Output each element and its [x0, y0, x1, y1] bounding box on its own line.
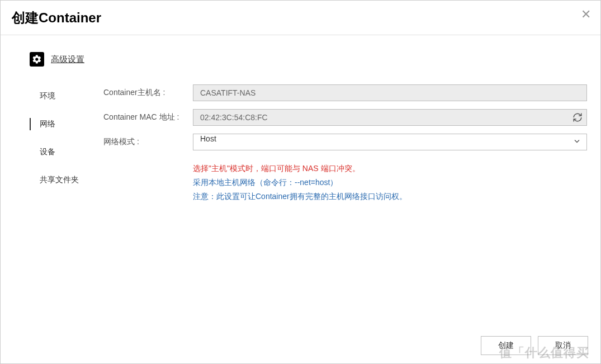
info-line-1: 采用本地主机网络（命令行：--net=host） [193, 176, 587, 190]
titlebar: 创建Container ✕ [1, 1, 600, 35]
network-mode-select[interactable]: Host [193, 134, 587, 150]
close-icon[interactable]: ✕ [580, 8, 592, 21]
content-row: 环境 网络 设备 共享文件夹 Container主机名 : [30, 82, 587, 204]
info-line-2: 注意：此设置可让Container拥有完整的主机网络接口访问权。 [193, 190, 587, 204]
form-area: Container主机名 : Container MAC 地址 : [103, 82, 587, 204]
sidebar-item-environment[interactable]: 环境 [30, 82, 103, 110]
info-block: 选择"主机"模式时，端口可能与 NAS 端口冲突。 采用本地主机网络（命令行：-… [193, 162, 587, 204]
dialog-body: 高级设置 环境 网络 设备 共享文件夹 [1, 35, 600, 363]
sidebar-item-label: 共享文件夹 [40, 175, 79, 185]
row-mac: Container MAC 地址 : [103, 109, 587, 126]
hostname-label: Container主机名 : [103, 88, 193, 98]
create-button[interactable]: 创建 [481, 336, 531, 355]
dialog-title: 创建Container [12, 9, 101, 27]
sidebar-item-network[interactable]: 网络 [30, 110, 103, 138]
section-title[interactable]: 高级设置 [51, 54, 84, 65]
mac-label: Container MAC 地址 : [103, 112, 193, 122]
refresh-icon[interactable] [572, 112, 583, 122]
create-container-dialog: 创建Container ✕ 高级设置 环境 网络 [0, 0, 601, 364]
scroll-area[interactable]: 高级设置 环境 网络 设备 共享文件夹 [1, 35, 600, 327]
select-value: Host [200, 134, 216, 143]
warning-text: 选择"主机"模式时，端口可能与 NAS 端口冲突。 [193, 162, 587, 176]
gear-icon [30, 52, 44, 67]
sidebar-item-shared-folder[interactable]: 共享文件夹 [30, 166, 103, 194]
section-header: 高级设置 [30, 52, 587, 67]
footer: 创建 取消 [1, 327, 600, 363]
sidebar: 环境 网络 设备 共享文件夹 [30, 82, 103, 204]
mac-input[interactable] [193, 109, 587, 126]
cancel-button[interactable]: 取消 [538, 336, 588, 355]
sidebar-item-label: 环境 [40, 91, 55, 101]
row-hostname: Container主机名 : [103, 84, 587, 101]
hostname-input[interactable] [193, 84, 587, 101]
mode-label: 网络模式 : [103, 137, 193, 147]
sidebar-item-label: 设备 [40, 147, 55, 157]
sidebar-item-device[interactable]: 设备 [30, 138, 103, 166]
sidebar-item-label: 网络 [40, 119, 55, 129]
row-mode: 网络模式 : Host [103, 134, 587, 150]
